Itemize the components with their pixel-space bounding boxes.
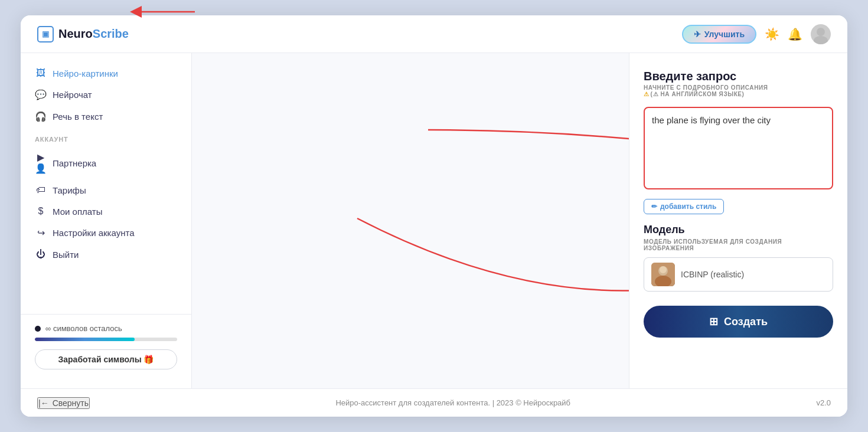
add-style-button[interactable]: ✏ добавить стиль <box>644 199 724 214</box>
create-label: Создать <box>724 316 768 328</box>
svg-point-6 <box>660 266 667 273</box>
logout-label: Выйти <box>53 250 79 260</box>
model-thumb-inner <box>651 263 675 286</box>
create-button[interactable]: ⊞ Создать <box>644 306 833 338</box>
add-style-label: добавить стиль <box>660 202 716 211</box>
app-window: ▣ NeuroScribe ✈ Улучшить ☀️ 🔔 🖼 <box>21 15 847 417</box>
model-sublabel: МОДЕЛЬ ИСПОЛЬЗУЕМАЯ ДЛЯ СОЗДАНИЯ ИЗОБРАЖ… <box>644 238 833 251</box>
logout-icon: ⏻ <box>35 249 47 260</box>
subtitle-text2: (⚠ НА АНГЛИЙСКОМ ЯЗЫКЕ) <box>651 91 745 97</box>
prompt-section: Введите запрос НАЧНИТЕ С ПОДРОБНОГО ОПИС… <box>644 70 833 97</box>
main-area: 🖼 Нейро-картинки 💬 Нейрочат 🎧 Речь в тек… <box>21 53 847 388</box>
bell-icon: 🔔 <box>788 27 802 41</box>
sidebar-item-speech[interactable]: 🎧 Речь в текст <box>21 106 191 127</box>
payments-label: Мои оплаты <box>53 207 102 217</box>
partner-icon: ▶ 👤 <box>35 152 47 174</box>
version-text: v2.0 <box>816 398 831 407</box>
sidebar-item-payments[interactable]: $ Мои оплаты <box>21 201 191 222</box>
copyright-text: Нейро-ассистент для создателей контента.… <box>335 398 570 407</box>
progress-bar-fill <box>35 338 135 341</box>
arrow-create <box>310 171 629 319</box>
progress-bar <box>35 338 177 341</box>
footer: |← Свернуть Нейро-ассистент для создател… <box>21 388 847 417</box>
header-right: ✈ Улучшить ☀️ 🔔 <box>682 24 831 44</box>
panel-subtitle: НАЧНИТЕ С ПОДРОБНОГО ОПИСАНИЯ ⚠(⚠ НА АНГ… <box>644 84 833 97</box>
svg-point-0 <box>817 28 825 36</box>
neuro-images-label: Нейро-картинки <box>53 68 118 78</box>
right-panel: Введите запрос НАЧНИТЕ С ПОДРОБНОГО ОПИС… <box>629 53 847 388</box>
logo-neuro: NeuroScribe <box>58 27 129 41</box>
prompt-textarea[interactable] <box>644 107 833 189</box>
sun-icon: ☀️ <box>765 27 779 41</box>
sidebar-item-logout[interactable]: ⏻ Выйти <box>21 244 191 265</box>
collapse-button[interactable]: |← Свернуть <box>37 397 90 409</box>
upgrade-icon: ✈ <box>694 30 701 39</box>
sidebar-item-account-settings[interactable]: ↪ Настройки аккаунта <box>21 222 191 244</box>
svg-point-1 <box>814 36 828 44</box>
sidebar-item-neuro-chat[interactable]: 💬 Нейрочат <box>21 84 191 106</box>
model-title: Модель <box>644 224 833 236</box>
payments-icon: $ <box>35 206 47 217</box>
sidebar-item-partner[interactable]: ▶ 👤 Партнерка <box>21 146 191 179</box>
model-selector[interactable]: ICBINP (realistic) <box>644 257 833 292</box>
model-thumbnail <box>651 263 675 286</box>
add-style-icon: ✏ <box>651 202 657 211</box>
account-settings-icon: ↪ <box>35 227 47 238</box>
arrow-prompt <box>369 83 629 201</box>
model-section: Модель МОДЕЛЬ ИСПОЛЬЗУЕМАЯ ДЛЯ СОЗДАНИЯ … <box>644 224 833 292</box>
subtitle-text: НАЧНИТЕ С ПОДРОБНОГО ОПИСАНИЯ <box>644 84 768 91</box>
logo: ▣ NeuroScribe <box>37 26 129 42</box>
sun-button[interactable]: ☀️ <box>765 27 779 41</box>
collapse-icon: |← <box>38 398 49 408</box>
header: ▣ NeuroScribe ✈ Улучшить ☀️ 🔔 <box>21 15 847 53</box>
account-settings-label: Настройки аккаунта <box>53 228 135 238</box>
neuro-images-icon: 🖼 <box>35 68 47 78</box>
symbols-row: ∞ символов осталось <box>35 324 177 333</box>
upgrade-label: Улучшить <box>704 30 745 39</box>
model-name: ICBINP (realistic) <box>681 270 744 279</box>
sidebar-item-neuro-images[interactable]: 🖼 Нейро-картинки <box>21 63 191 84</box>
avatar[interactable] <box>811 24 831 44</box>
sidebar-bottom: ∞ символов осталось Заработай символы 🎁 <box>21 314 191 379</box>
create-icon: ⊞ <box>709 315 718 328</box>
earn-symbols-button[interactable]: Заработай символы 🎁 <box>35 349 177 369</box>
partner-label: Партнерка <box>53 158 96 168</box>
tariffs-label: Тарифы <box>53 185 86 195</box>
symbols-label: ∞ символов осталось <box>45 324 122 333</box>
account-section-label: АККАУНТ <box>21 127 191 146</box>
neuro-chat-icon: 💬 <box>35 89 47 100</box>
content-area <box>192 53 629 388</box>
sidebar: 🖼 Нейро-картинки 💬 Нейрочат 🎧 Речь в тек… <box>21 53 192 388</box>
logo-icon: ▣ <box>37 26 54 42</box>
subtitle-warning-icon: ⚠ <box>644 91 650 97</box>
speech-icon: 🎧 <box>35 111 47 122</box>
sidebar-item-tariffs[interactable]: 🏷 Тарифы <box>21 179 191 201</box>
bell-button[interactable]: 🔔 <box>788 27 802 41</box>
collapse-label: Свернуть <box>53 398 89 408</box>
neuro-chat-label: Нейрочат <box>53 90 92 100</box>
upgrade-button[interactable]: ✈ Улучшить <box>682 25 756 44</box>
tariffs-icon: 🏷 <box>35 185 47 195</box>
speech-label: Речь в текст <box>53 112 103 122</box>
panel-title: Введите запрос <box>644 70 833 83</box>
symbols-dot <box>35 326 41 332</box>
